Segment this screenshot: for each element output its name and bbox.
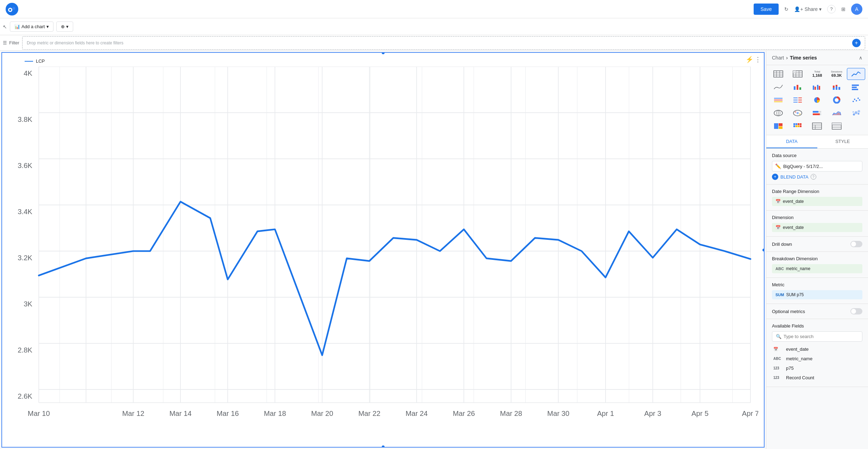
chart-type-scatter[interactable]	[847, 94, 865, 106]
filter-bar: ☰ Filter Drop metric or dimension fields…	[0, 35, 868, 51]
apps-button[interactable]: ⊞	[841, 6, 845, 12]
chart-type-scatter3d[interactable]	[847, 107, 865, 119]
svg-text:3.2K: 3.2K	[18, 254, 32, 262]
data-source-row[interactable]: ✏️ BigQuery - 5/17/2...	[772, 161, 862, 172]
resize-handle-bottom[interactable]	[382, 445, 385, 448]
svg-rect-12	[39, 67, 750, 403]
avatar[interactable]: A	[851, 4, 862, 15]
blend-info-icon[interactable]: ?	[811, 174, 816, 180]
svg-rect-70	[819, 86, 820, 90]
filter-add-button[interactable]: +	[852, 39, 861, 47]
svg-text:Mar 12: Mar 12	[122, 410, 144, 417]
chart-type-spacer	[847, 120, 857, 132]
chart-type-smooth[interactable]	[769, 81, 787, 93]
chart-type-table4[interactable]	[828, 120, 846, 132]
breakdown-field-chip[interactable]: ABC metric_name	[772, 264, 862, 273]
add-control-button[interactable]: ⊕ ▾	[56, 21, 73, 32]
list-icon	[773, 96, 783, 104]
chart-type-scorecard-sessions[interactable]: Sessions 69.3K	[828, 68, 846, 80]
table3-icon	[812, 123, 822, 130]
filter-drop-zone[interactable]: Drop metric or dimension fields here to …	[22, 36, 865, 50]
chart-type-treemap[interactable]	[769, 120, 787, 132]
field-item-p75[interactable]: 123 p75	[772, 363, 862, 373]
chart-type-table[interactable]	[769, 68, 787, 80]
collapse-icon: ∧	[859, 55, 862, 61]
chart-type-geobubble[interactable]	[788, 107, 807, 119]
pencil-icon: ✏️	[775, 163, 781, 169]
chart-lightning-button[interactable]: ⚡	[746, 56, 753, 63]
cursor-tool-button[interactable]: ↖	[3, 24, 7, 30]
chart-type-geo[interactable]	[769, 107, 787, 119]
chart-type-pivot[interactable]	[788, 68, 807, 80]
optional-metrics-toggle[interactable]	[850, 308, 862, 314]
chart-type-multibar[interactable]	[808, 81, 826, 93]
chart-area: ⚡ ⋮ LCP	[0, 51, 766, 449]
toolbar: ↖ 📊 Add a chart ▾ ⊕ ▾	[0, 18, 868, 35]
chart-type-multilist[interactable]	[788, 94, 807, 106]
stackedbar-icon	[832, 83, 842, 91]
svg-rect-121	[798, 125, 799, 127]
blend-data-row[interactable]: + BLEND DATA ?	[772, 174, 862, 180]
field-name-event-date: event_date	[786, 347, 809, 352]
svg-rect-69	[817, 85, 818, 90]
chart-type-table3[interactable]	[808, 120, 826, 132]
svg-text:3.6K: 3.6K	[18, 162, 32, 169]
area-icon	[832, 110, 842, 117]
chart-type-scorecard-total[interactable]: Total 1,168	[808, 68, 826, 80]
drilldown-label: Drill down	[772, 242, 792, 247]
chart-type-donut[interactable]	[828, 94, 846, 106]
chart-type-timeseries[interactable]	[847, 68, 865, 80]
chart-type-area[interactable]	[828, 107, 846, 119]
chart-type-bullet[interactable]	[808, 107, 826, 119]
field-name-metric-name: metric_name	[786, 356, 812, 361]
metric-field-chip[interactable]: SUM SUM p75	[772, 290, 862, 299]
date-range-field-chip[interactable]: 📅 event_date	[772, 197, 862, 206]
chart-type-waffle[interactable]	[788, 120, 807, 132]
chart-container: ⚡ ⋮ LCP	[1, 52, 765, 448]
chart-menu-button[interactable]: ⋮	[755, 56, 761, 63]
save-button[interactable]: Save	[754, 4, 779, 15]
dimension-field-chip[interactable]: 📅 event_date	[772, 223, 862, 232]
add-chart-dropdown-icon: ▾	[46, 24, 49, 29]
panel-collapse-button[interactable]: ∧	[859, 55, 862, 61]
svg-rect-112	[774, 123, 778, 129]
help-button[interactable]: ?	[827, 5, 836, 13]
svg-rect-128	[832, 123, 841, 125]
drilldown-section: Drill down	[766, 237, 868, 252]
chart-type-column[interactable]	[788, 81, 807, 93]
tab-style[interactable]: STYLE	[817, 135, 868, 148]
field-item-event-date[interactable]: 📅 event_date	[772, 344, 862, 354]
chart-type-stackedbar[interactable]	[828, 81, 846, 93]
breakdown-type-icon: ABC	[775, 267, 784, 271]
svg-rect-65	[797, 85, 798, 90]
share-button[interactable]: 👤+ Share ▾	[794, 6, 822, 12]
refresh-button[interactable]: ↻	[784, 6, 788, 12]
field-item-record-count[interactable]: 123 Record Count	[772, 373, 862, 382]
chart-type-pie[interactable]	[808, 94, 826, 106]
hbar-icon	[851, 83, 861, 91]
filter-icon: ☰	[3, 40, 7, 45]
search-input[interactable]	[784, 334, 859, 339]
smooth-line-icon	[773, 83, 783, 91]
chart-svg: 4K 3.8K 3.6K 3.4K 3.2K 3K 2.8K 2.6K	[8, 67, 758, 436]
chart-type-list[interactable]	[769, 94, 787, 106]
table-icon	[773, 70, 783, 77]
field-item-metric-name[interactable]: ABC metric_name	[772, 354, 862, 363]
chart-svg-wrapper: 4K 3.8K 3.6K 3.4K 3.2K 3K 2.8K 2.6K	[8, 67, 758, 436]
search-box: 🔍	[772, 331, 862, 342]
add-chart-button[interactable]: 📊 Add a chart ▾	[10, 21, 53, 32]
data-source-section: Data source ✏️ BigQuery - 5/17/2... + BL…	[766, 149, 868, 185]
chart-type-hbar[interactable]	[847, 81, 865, 93]
svg-rect-71	[833, 88, 835, 90]
field-name-p75: p75	[786, 366, 794, 371]
svg-text:Apr 1: Apr 1	[597, 410, 614, 417]
resize-handle-right[interactable]	[762, 249, 765, 251]
tab-data[interactable]: DATA	[766, 135, 817, 148]
date-range-section: Date Range Dimension 📅 event_date	[766, 185, 868, 211]
panel-header: Chart › Time series ∧	[766, 51, 868, 65]
svg-rect-75	[838, 87, 840, 90]
data-source-name: BigQuery - 5/17/2...	[783, 164, 823, 169]
field-number-icon-rc: 123	[773, 376, 783, 380]
svg-rect-120	[796, 125, 797, 127]
drilldown-toggle[interactable]	[850, 241, 862, 247]
